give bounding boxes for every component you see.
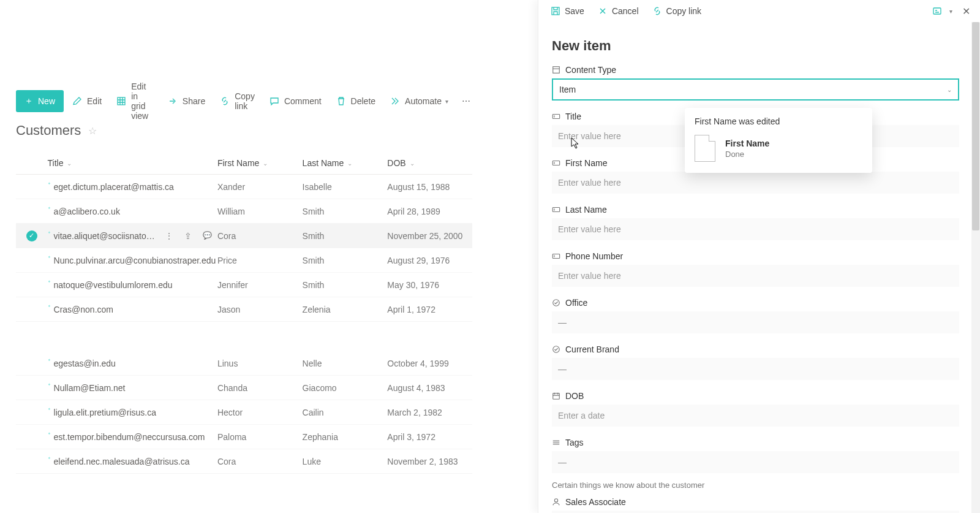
- row-first-name: Price: [217, 256, 303, 265]
- comment-icon[interactable]: 💬: [203, 231, 212, 241]
- brand-value[interactable]: —: [552, 358, 959, 380]
- row-title: ⬥est.tempor.bibendum@neccursusa.com: [48, 432, 217, 442]
- dob-label: DOB: [565, 391, 584, 401]
- chevron-down-icon: ⌄: [410, 160, 415, 167]
- first-name-input[interactable]: [552, 172, 959, 194]
- row-menu-icon[interactable]: ⋮: [165, 231, 173, 241]
- row-last-name: Giacomo: [303, 383, 388, 393]
- content-type-label: Content Type: [565, 65, 616, 75]
- row-first-name: William: [217, 207, 303, 216]
- more-actions-button[interactable]: ⋯: [457, 96, 475, 106]
- last-name-label: Last Name: [565, 205, 607, 215]
- comment-button[interactable]: Comment: [263, 91, 328, 111]
- table-row[interactable]: ⬥est.tempor.bibendum@neccursusa.comPalom…: [16, 425, 472, 449]
- delete-label: Delete: [351, 96, 375, 106]
- svg-rect-1: [552, 7, 559, 15]
- col-header-dob[interactable]: DOB⌄: [387, 158, 472, 168]
- trash-icon: [336, 96, 346, 106]
- tags-value[interactable]: —: [552, 451, 959, 473]
- col-header-first-name[interactable]: First Name⌄: [217, 158, 303, 168]
- content-type-select[interactable]: Item ⌄: [552, 78, 959, 101]
- close-panel-button[interactable]: ✕: [960, 3, 973, 20]
- new-indicator-icon: ⬥: [48, 278, 51, 284]
- table-row[interactable]: ⬥Nullam@Etiam.netChandaGiacomoAugust 4, …: [16, 376, 472, 400]
- comment-label: Comment: [284, 96, 322, 106]
- favorite-star-icon[interactable]: ☆: [88, 125, 97, 137]
- panel-header: Save Cancel Copy link ▾ ✕: [538, 0, 980, 22]
- page-title-row: Customers ☆: [16, 123, 97, 139]
- col-header-last-name[interactable]: Last Name⌄: [303, 158, 388, 168]
- sales-input[interactable]: [552, 511, 959, 513]
- chevron-down-icon[interactable]: ▾: [949, 8, 952, 15]
- svg-rect-4: [552, 115, 559, 119]
- calendar-icon: [552, 392, 560, 400]
- choice-icon: [552, 298, 560, 307]
- field-sales-associate: Sales Associate: [552, 497, 959, 513]
- dob-input[interactable]: [552, 405, 959, 427]
- row-dob: November 2, 1983: [387, 457, 472, 466]
- plus-icon: ＋: [24, 96, 33, 107]
- office-value[interactable]: —: [552, 311, 959, 333]
- customers-table: Title⌄ First Name⌄ Last Name⌄ DOB⌄ ⬥eget…: [16, 152, 472, 474]
- row-title: ⬥Nullam@Etiam.net: [48, 383, 217, 393]
- table-row[interactable]: ⬥egestas@in.eduLinusNelleOctober 4, 1999: [16, 351, 472, 376]
- svg-point-8: [553, 300, 560, 306]
- tags-label: Tags: [565, 438, 584, 447]
- table-row[interactable]: ⬥Nunc.pulvinar.arcu@conubianostraper.edu…: [16, 248, 472, 273]
- title-label: Title: [565, 112, 581, 121]
- svg-rect-3: [553, 67, 560, 74]
- text-field-icon: [552, 252, 560, 260]
- cancel-button[interactable]: Cancel: [593, 4, 644, 18]
- new-indicator-icon: ⬥: [48, 229, 51, 235]
- new-indicator-icon: ⬥: [48, 303, 51, 308]
- last-name-input[interactable]: [552, 218, 959, 240]
- edit-button[interactable]: Edit: [66, 91, 108, 111]
- row-dob: May 30, 1976: [387, 280, 472, 290]
- tags-icon: [552, 438, 560, 447]
- row-select[interactable]: ✓: [16, 230, 48, 241]
- scrollbar-thumb[interactable]: [972, 22, 979, 230]
- new-button[interactable]: ＋ New: [16, 90, 64, 112]
- text-field-icon: [552, 205, 560, 214]
- row-dob: August 4, 1983: [387, 383, 472, 393]
- automate-button[interactable]: Automate ▾: [384, 91, 454, 111]
- new-indicator-icon: ⬥: [48, 430, 51, 436]
- notification-file-name: First Name: [725, 139, 769, 148]
- notification-status: Done: [725, 150, 769, 159]
- table-row[interactable]: ⬥Cras@non.comJasonZeleniaApril 1, 1972: [16, 297, 472, 322]
- row-title: ⬥vitae.aliquet@sociisnato…⋮⇪💬: [48, 231, 217, 241]
- share-icon[interactable]: ⇪: [184, 231, 192, 241]
- table-row[interactable]: ⬥eget.dictum.placerat@mattis.caXanderIsa…: [16, 175, 472, 199]
- text-field-icon: [552, 159, 560, 167]
- row-dob: April 28, 1989: [387, 207, 472, 216]
- form-settings-icon[interactable]: [932, 6, 942, 16]
- table-row[interactable]: ⬥a@aclibero.co.ukWilliamSmithApril 28, 1…: [16, 199, 472, 224]
- field-content-type: Content Type Item ⌄: [552, 65, 959, 101]
- phone-input[interactable]: [552, 265, 959, 287]
- col-header-title[interactable]: Title⌄: [48, 158, 217, 168]
- row-title: ⬥eleifend.nec.malesuada@atrisus.ca: [48, 457, 217, 466]
- row-first-name: Jason: [217, 305, 303, 314]
- share-button[interactable]: Share: [162, 91, 211, 111]
- panel-copy-link-button[interactable]: Copy link: [647, 4, 707, 18]
- table-row[interactable]: ✓⬥vitae.aliquet@sociisnato…⋮⇪💬CoraSmithN…: [16, 224, 472, 248]
- grid-icon: [116, 96, 126, 106]
- save-button[interactable]: Save: [546, 4, 589, 18]
- sales-label: Sales Associate: [565, 497, 626, 507]
- toolbar: ＋ New Edit Edit in grid view Share Cop: [16, 77, 475, 126]
- new-indicator-icon: ⬥: [48, 381, 51, 387]
- panel-body: New item Content Type Item ⌄ Title: [538, 27, 973, 513]
- table-row[interactable]: ⬥eleifend.nec.malesuada@atrisus.caCoraLu…: [16, 449, 472, 474]
- panel-copy-link-label: Copy link: [666, 6, 702, 16]
- row-first-name: Jennifer: [217, 280, 303, 290]
- row-title: ⬥eget.dictum.placerat@mattis.ca: [48, 182, 217, 192]
- new-button-label: New: [38, 96, 55, 106]
- copy-link-button[interactable]: Copy link: [214, 86, 261, 116]
- row-dob: November 25, 2000: [387, 231, 472, 241]
- delete-button[interactable]: Delete: [330, 91, 382, 111]
- table-row[interactable]: ⬥natoque@vestibulumlorem.eduJenniferSmit…: [16, 273, 472, 297]
- edit-grid-button[interactable]: Edit in grid view: [110, 77, 159, 126]
- chevron-down-icon: ⌄: [67, 160, 72, 167]
- svg-rect-0: [118, 97, 125, 105]
- table-row[interactable]: ⬥ligula.elit.pretium@risus.caHectorCaili…: [16, 400, 472, 425]
